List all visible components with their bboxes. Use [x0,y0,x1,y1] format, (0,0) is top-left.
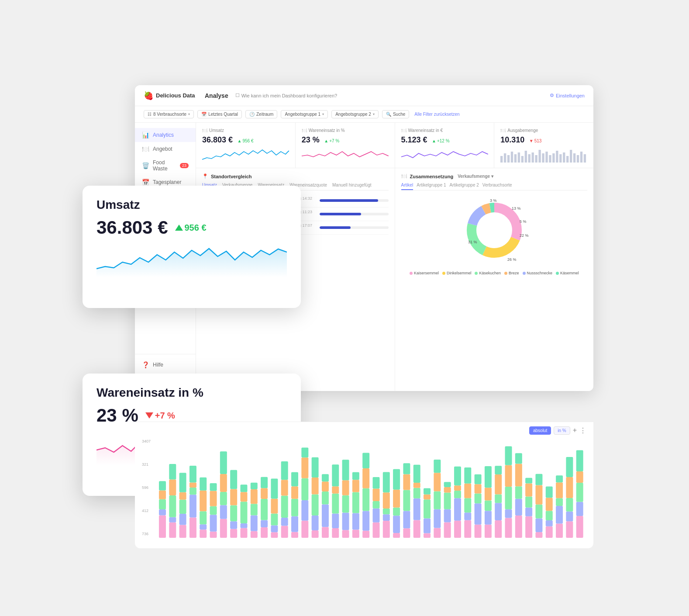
svg-rect-139 [362,531,369,538]
svg-rect-87 [251,489,258,504]
tab-manuell[interactable]: Manuell hinzugefügt [332,183,372,190]
wareneinsatz-pct-icon: 🍽️ [302,128,307,133]
svg-rect-84 [251,531,258,538]
svg-rect-104 [291,532,298,538]
absolut-button[interactable]: absolut [529,426,551,435]
float-umsatz-chart [96,242,287,277]
svg-rect-144 [373,523,380,538]
zusammensetzung-tabs: Artikel Artikelgruppe 1 Artikelgruppe 2 … [401,183,588,190]
kpi-ausgabemenge-value: 10.310 ▼ 513 [500,135,587,145]
svg-rect-16 [556,151,558,163]
svg-rect-8 [528,154,531,163]
svg-rect-200 [485,511,492,525]
kpi-wareneinsatz-pct-delta: ▲ +7 % [324,138,339,143]
svg-rect-235 [556,506,563,524]
legend-nussschnecke: Nussschnecke [523,271,553,275]
svg-rect-247 [576,471,583,483]
sidebar-item-analytics[interactable]: 📊 Analytics [135,128,196,142]
sidebar-item-angebot[interactable]: 🍽️ Angebot [135,142,196,156]
sidebar-item-hilfe[interactable]: ❓ Hilfe [135,358,196,372]
filter-angebotsgruppe1[interactable]: Angebotsgruppe 1 ▾ [281,110,328,118]
svg-rect-161 [403,490,410,511]
svg-rect-12 [542,153,544,163]
settings-button[interactable]: ⚙ Einstellungen [550,93,585,98]
float-umsatz-title: Umsatz [96,198,287,212]
filter-verbrauchsorte[interactable]: ☷ 8 Verbrauchsorte ▾ [144,110,194,118]
reset-filters-button[interactable]: Alle Filter zurücksetzen [414,112,459,117]
header-help-text[interactable]: ☐ Wie kann ich mein Dashboard konfigurie… [235,93,338,98]
svg-rect-59 [200,529,207,538]
svg-rect-69 [220,519,227,538]
svg-rect-171 [424,499,431,518]
svg-rect-3 [511,152,513,163]
svg-rect-175 [434,509,441,528]
svg-text:26 %: 26 % [507,257,517,262]
svg-rect-80 [240,523,247,528]
svg-rect-135 [352,513,359,530]
svg-text:5 %: 5 % [520,219,527,224]
svg-rect-191 [464,498,471,512]
svg-rect-137 [352,480,359,492]
svg-rect-236 [556,498,563,506]
kpi-wareneinsatz-eur-value: 5.123 € ▲ +12 % [401,135,488,145]
svg-rect-81 [240,502,247,523]
sidebar-item-food-waste[interactable]: 🗑️ Food Waste 23 [135,156,196,175]
svg-rect-229 [546,526,553,538]
more-icon[interactable]: ⋮ [579,426,586,435]
tab-artikelgruppe1[interactable]: Artikelgruppe 1 [417,183,446,190]
svg-rect-101 [281,495,288,518]
add-icon[interactable]: + [573,426,577,435]
filter-suche[interactable]: 🔍 Suche [382,110,409,118]
svg-rect-202 [485,488,492,500]
float-wareneinsatz-delta: +7 % [145,411,175,421]
logo-text: Delicious Data [156,92,195,99]
svg-rect-196 [475,493,482,503]
header: 🍓 Delicious Data Analyse ☐ Wie kann ich … [135,85,593,106]
bar-chart: 3407 321 596 412 736 [142,437,586,538]
svg-rect-214 [515,516,522,538]
filter-zeitraum2[interactable]: 🕐 Zeitraum [245,110,277,118]
svg-rect-215 [515,499,522,516]
svg-rect-55 [189,495,196,517]
svg-rect-239 [566,521,573,538]
svg-rect-112 [301,457,308,478]
svg-rect-100 [281,518,288,526]
svg-rect-49 [179,525,186,538]
svg-rect-7 [525,151,527,163]
filter-angebotsgruppe2[interactable]: Angebotsgruppe 2 ▾ [331,110,379,118]
svg-rect-210 [505,509,512,518]
standortvergleich-title: 📍 Standortvergleich [202,173,389,179]
svg-rect-129 [342,530,349,538]
tab-artikelgruppe2[interactable]: Artikelgruppe 2 [450,183,479,190]
svg-rect-149 [383,521,390,538]
svg-rect-83 [240,484,247,492]
svg-rect-176 [434,491,441,509]
svg-rect-17 [559,154,562,163]
svg-rect-178 [434,460,441,473]
svg-rect-89 [261,527,268,538]
svg-rect-48 [169,464,176,480]
filter-zeitraum[interactable]: 📅 Letztes Quartal [197,110,242,118]
svg-rect-119 [322,527,329,538]
tab-verbrauchsorte[interactable]: Verbrauchsorte [482,183,512,190]
svg-rect-169 [424,533,431,538]
calendar-icon: 📅 [201,112,207,117]
y-axis: 3407 321 596 412 736 [142,437,157,538]
svg-rect-192 [464,484,471,498]
svg-rect-92 [261,488,268,499]
svg-rect-62 [200,491,207,512]
chevron-down-icon-2: ▾ [322,112,324,116]
kpi-wareneinsatz-pct-label: 🍽️ Wareneinsatz in % [302,128,389,133]
svg-rect-232 [546,498,553,511]
zusammensetzung-icon: 🍽️ [401,173,407,179]
svg-rect-103 [281,461,288,480]
legend-breze: Breze [504,271,519,275]
svg-rect-156 [393,508,400,516]
tab-artikel[interactable]: Artikel [401,183,413,190]
svg-rect-166 [413,488,420,498]
svg-rect-113 [301,447,308,457]
svg-rect-9 [532,152,534,163]
svg-rect-234 [556,524,563,538]
percent-button[interactable]: in % [554,426,570,435]
svg-rect-74 [230,529,237,538]
